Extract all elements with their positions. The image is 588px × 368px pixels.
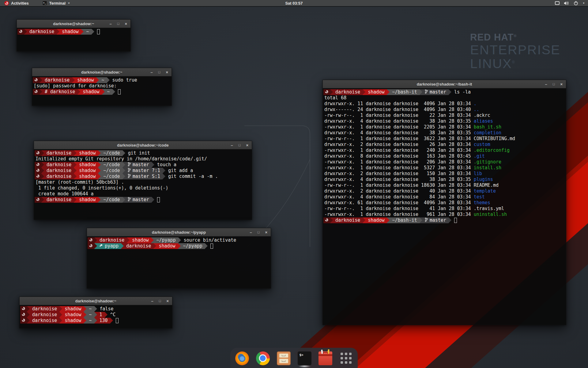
terminal-icon[interactable]: $>: [298, 351, 311, 365]
firefox-icon[interactable]: [235, 351, 249, 365]
output-text: drwxrwxr-x. 4 darknoise darknoise 84 Jan…: [323, 194, 485, 200]
window-icon[interactable]: [555, 1, 560, 5]
terminal-line: -rw-rw-r--. 1 darknoise darknoise 18630 …: [323, 182, 565, 188]
terminal-line: drwx------. 24 darknoise darknoise 4096 …: [323, 107, 565, 113]
minimize-button[interactable]: –: [231, 143, 233, 147]
powerline-separator: [77, 89, 80, 95]
titlebar[interactable]: darknoise@shadow:~ –□×: [20, 297, 172, 305]
powerline-separator: [387, 217, 390, 223]
terminal-line: drwxrwxr-x. 2 darknoise darknoise 150 Ja…: [323, 171, 565, 177]
chrome-icon[interactable]: [256, 351, 270, 365]
prompt-segment-icon: [35, 150, 41, 156]
maximize-button[interactable]: □: [159, 299, 161, 303]
app-grid-icon[interactable]: [339, 351, 353, 365]
caret-down-icon[interactable]: ▼: [582, 2, 585, 5]
minimize-button[interactable]: –: [151, 299, 153, 303]
redhat-icon: [22, 312, 25, 318]
output-text: -rw-rw-r--. 1 darknoise darknoise 41 Jan…: [323, 206, 504, 212]
clock[interactable]: Sat 03:57: [285, 1, 303, 6]
minimize-button[interactable]: –: [250, 230, 252, 234]
prompt-segment-user: darknoise: [333, 217, 363, 223]
minimize-button[interactable]: –: [110, 22, 112, 26]
terminal-content[interactable]: darknoiseshadow~/bash-itmasterls -latota…: [323, 88, 566, 223]
terminal-line: -rwxrwxr-x. 1 darknoise darknoise 2205 J…: [323, 124, 565, 130]
redhat-icon: [36, 162, 40, 168]
prompt-segment-path: ~: [86, 306, 94, 312]
powerline-separator: [363, 217, 365, 223]
powerline-separator: [74, 168, 77, 174]
file-name: install.sh: [474, 165, 501, 171]
minimize-button[interactable]: –: [545, 82, 547, 86]
close-button[interactable]: ×: [125, 22, 127, 26]
titlebar[interactable]: darknoise@shadow:~/bash-it –□×: [323, 80, 566, 88]
redhat-icon: [22, 318, 25, 324]
power-icon[interactable]: [574, 1, 578, 6]
powerline-separator: [98, 197, 101, 203]
output-text: drwxrwxr-x. 2 darknoise darknoise 150 Ja…: [323, 171, 482, 177]
prompt-segment-user: darknoise: [333, 89, 363, 95]
prompt-segment-host: shadow: [130, 237, 151, 243]
output-text: -rw-rw-r--. 1 darknoise darknoise 18630 …: [323, 182, 499, 188]
file-name: ..: [474, 107, 479, 112]
output-text: -rw-rw-r--. 1 darknoise darknoise 3622 J…: [323, 136, 515, 142]
powerline-separator: [387, 89, 390, 95]
redhat-icon: [36, 168, 40, 174]
powerline-separator: [163, 174, 165, 179]
terminal-content[interactable]: darknoiseshadow~/codegit initInitialized…: [34, 149, 252, 203]
prompt-segment-icon: [323, 89, 330, 95]
brand-line1: RED HAT®: [470, 32, 560, 43]
powerline-separator: [94, 318, 97, 324]
close-button[interactable]: ×: [166, 299, 169, 303]
powerline-separator: [24, 29, 27, 35]
titlebar[interactable]: darknoise@shadow:~/pyapp –□×: [87, 228, 271, 236]
files-icon[interactable]: [277, 351, 291, 365]
prompt-segment-git: master ?:1: [125, 168, 163, 174]
maximize-button[interactable]: □: [117, 22, 119, 25]
terminal-icon: >_: [42, 1, 47, 6]
toolbox-icon[interactable]: [318, 351, 332, 365]
titlebar[interactable]: darknoise@shadow:~ –□×: [32, 68, 172, 76]
file-name: .editorconfig: [474, 148, 510, 153]
maximize-button[interactable]: □: [553, 82, 555, 86]
volume-icon[interactable]: [564, 1, 569, 6]
prompt-segment-git: master: [125, 162, 152, 168]
terminal-content[interactable]: darknoiseshadow~/pyappsource bin/activat…: [87, 236, 271, 249]
terminal-line: drwxrwxr-x. 61 darknoise darknoise 4096 …: [323, 200, 565, 206]
redhat-icon: [34, 77, 38, 83]
maximize-button[interactable]: □: [158, 71, 160, 74]
prompt-segment-icon: [33, 89, 40, 95]
prompt-segment-user: darknoise: [30, 312, 59, 318]
prompt-segment-user: darknoise: [30, 318, 59, 324]
prompt-segment-user: # darknoise: [42, 89, 77, 95]
app-menu-terminal[interactable]: >_ Terminal ▼: [40, 0, 72, 6]
window-terminal-bash-it: darknoise@shadow:~/bash-it –□× darknoise…: [322, 80, 566, 325]
maximize-button[interactable]: □: [239, 144, 241, 147]
terminal-line: darknoiseshadow~/codemaster ?:1git add a: [35, 168, 251, 174]
powerline-separator: [123, 162, 125, 168]
maximize-button[interactable]: □: [258, 231, 260, 234]
powerline-separator: [40, 77, 42, 83]
minimize-button[interactable]: –: [151, 70, 153, 74]
activities-button[interactable]: Activities: [2, 0, 31, 6]
close-button[interactable]: ×: [246, 143, 248, 147]
powerline-separator: [152, 162, 154, 168]
activities-label: Activities: [11, 1, 29, 6]
terminal-content[interactable]: darknoiseshadow~sudo true[sudo] password…: [32, 76, 172, 95]
close-button[interactable]: ×: [265, 230, 267, 234]
powerline-separator: [59, 318, 62, 324]
window-title: darknoise@shadow:~: [53, 21, 94, 26]
titlebar[interactable]: darknoise@shadow:~ –□×: [17, 20, 130, 28]
terminal-line: -rw-rw-r--. 1 darknoise darknoise 22 Jan…: [323, 113, 565, 118]
python-icon: [100, 243, 103, 249]
terminal-content[interactable]: darknoiseshadow~falsedarknoiseshadow~1^C…: [20, 305, 172, 324]
powerline-separator: [127, 237, 130, 243]
close-button[interactable]: ×: [560, 82, 563, 86]
terminal-line: darknoiseshadow~/bash-itmaster: [323, 217, 565, 223]
terminal-content[interactable]: darknoiseshadow~: [17, 28, 130, 35]
close-button[interactable]: ×: [166, 70, 168, 74]
titlebar[interactable]: darknoise@shadow:~/code –□×: [34, 141, 252, 149]
command-text: sudo true: [112, 77, 137, 83]
redhat-icon: [19, 29, 22, 35]
dock: $>: [230, 348, 358, 368]
prompt-segment-user: darknoise: [124, 243, 153, 249]
